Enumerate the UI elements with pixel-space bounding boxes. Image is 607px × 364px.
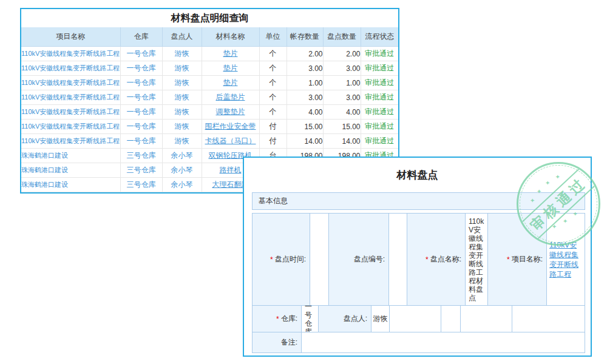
book-qty-cell: 3.00: [287, 61, 323, 76]
project-name-link[interactable]: 110kV安徽线程集变开断线路工程: [21, 90, 120, 105]
count-qty-cell: 2.00: [323, 47, 361, 61]
person-cell: 游恢: [162, 120, 202, 134]
unit-cell: 付: [259, 120, 287, 134]
required-marker: *: [507, 255, 510, 264]
unit-cell: 个: [259, 76, 287, 90]
project-name-link[interactable]: 110kV安徽线程集变开断线路工程: [21, 76, 120, 90]
project-name-link[interactable]: 110kV安徽线程集变开断线路工程: [21, 120, 120, 134]
material-name-link[interactable]: 调整垫片: [202, 105, 259, 120]
person-field: 游恢: [371, 306, 389, 332]
status-cell: 审批通过: [361, 90, 398, 105]
status-cell: 审批通过: [361, 120, 398, 134]
table-row: 110kV安徽线程集变开断线路工程 一号仓库 游恢 垫片 个 1.00 1.00…: [21, 76, 398, 90]
unit-cell: 个: [259, 105, 287, 120]
project-name-link[interactable]: 110kV安徽线程集变开断线路工程: [21, 105, 120, 120]
project-name-link[interactable]: 110kV安徽线程集变开断线路工程: [547, 240, 585, 279]
warehouse-label: * 仓库:: [253, 306, 301, 332]
count-qty-cell: 3.00: [323, 61, 361, 76]
warehouse-cell: 一号仓库: [120, 105, 162, 120]
book-qty-cell: 1.00: [287, 76, 323, 90]
person-cell: 余小琴: [162, 149, 202, 163]
form-row-1: * 盘点时间: 盘点编号: * 盘点名称: 110kV安徽线程集变开断线路工程材…: [253, 214, 585, 305]
col-header-book-qty: 帐存数量: [287, 27, 323, 47]
project-name-link[interactable]: 110kV安徽线程集变开断线路工程: [21, 61, 120, 76]
warehouse-cell: 一号仓库: [120, 76, 162, 90]
count-qty-cell: 15.00: [323, 120, 361, 134]
col-header-count-qty: 盘点数量: [323, 27, 361, 47]
col-header-material: 材料名称: [202, 27, 259, 47]
material-inventory-form-panel: 材料盘点 基本信息 * 盘点时间: 盘点编号: * 盘点名称: 110kV安徽线…: [243, 157, 592, 357]
person-cell: 余小琴: [162, 178, 202, 192]
project-name-label: * 项目名称:: [487, 214, 546, 305]
warehouse-cell: 一号仓库: [120, 134, 162, 149]
table-row: 110kV安徽线程集变开断线路工程 一号仓库 游恢 调整垫片 个 4.00 4.…: [21, 105, 398, 120]
warehouse-field: 一号仓库: [301, 306, 318, 332]
person-cell: 游恢: [162, 90, 202, 105]
warehouse-cell: 一号仓库: [120, 61, 162, 76]
inventory-time-label: * 盘点时间:: [253, 214, 310, 305]
project-name-link[interactable]: 珠海鹤港口建设: [21, 163, 120, 178]
unit-cell: 个: [259, 61, 287, 76]
inventory-name-field: 110kV安徽线程集变开断线路工程材料盘点: [465, 214, 487, 305]
count-qty-cell: 1.00: [323, 76, 361, 90]
required-marker: *: [276, 315, 279, 323]
project-name-link[interactable]: 110kV安徽线程集变开断线路工程: [21, 134, 120, 149]
table-row: 110kV安徽线程集变开断线路工程 一号仓库 游恢 后盖垫片 个 3.00 3.…: [21, 90, 398, 105]
person-label: 盘点人:: [318, 306, 371, 332]
table-row: 110kV安徽线程集变开断线路工程 一号仓库 游恢 垫片 个 3.00 3.00…: [21, 61, 398, 76]
basic-info-section-header: 基本信息: [252, 192, 585, 210]
empty-cell: [441, 306, 460, 332]
table-row: 110kV安徽线程集变开断线路工程 一号仓库 游恢 围栏作业安全带 付 15.0…: [21, 120, 398, 134]
book-qty-cell: 4.00: [287, 105, 323, 120]
unit-cell: 个: [259, 90, 287, 105]
inventory-no-field: [388, 214, 407, 305]
person-cell: 游恢: [162, 47, 202, 61]
material-name-link[interactable]: 垫片: [202, 47, 259, 61]
warehouse-cell: 一号仓库: [120, 90, 162, 105]
person-cell: 游恢: [162, 105, 202, 120]
empty-cell: [460, 306, 512, 332]
project-name-field: 110kV安徽线程集变开断线路工程: [546, 214, 585, 305]
book-qty-cell: 15.00: [287, 120, 323, 134]
material-name-link[interactable]: 后盖垫片: [202, 90, 259, 105]
unit-cell: 付: [259, 134, 287, 149]
material-name-link[interactable]: 围栏作业安全带: [202, 120, 259, 134]
project-name-link[interactable]: 110kV安徽线程集变开断线路工程: [21, 47, 120, 61]
table-header-row: 项目名称 仓库 盘点人 材料名称 单位 帐存数量 盘点数量 流程状态: [21, 27, 398, 47]
material-name-link[interactable]: 垫片: [202, 61, 259, 76]
warehouse-cell: 一号仓库: [120, 47, 162, 61]
inventory-time-field: [310, 214, 328, 305]
book-qty-cell: 2.00: [287, 47, 323, 61]
project-name-link[interactable]: 珠海鹤港口建设: [21, 178, 120, 192]
query-panel-title: 材料盘点明细查询: [21, 9, 398, 27]
unit-cell: 个: [259, 47, 287, 61]
person-cell: 游恢: [162, 134, 202, 149]
status-cell: 审批通过: [361, 61, 398, 76]
required-marker: *: [270, 255, 273, 264]
book-qty-cell: 14.00: [287, 134, 323, 149]
col-header-warehouse: 仓库: [120, 27, 162, 47]
col-header-person: 盘点人: [162, 27, 202, 47]
count-qty-cell: 14.00: [323, 134, 361, 149]
required-marker: *: [426, 255, 429, 264]
col-header-status: 流程状态: [361, 27, 398, 47]
table-row: 110kV安徽线程集变开断线路工程 一号仓库 游恢 垫片 个 2.00 2.00…: [21, 47, 398, 61]
project-name-link[interactable]: 珠海鹤港口建设: [21, 149, 120, 163]
empty-cell: [512, 306, 585, 332]
count-qty-cell: 4.00: [323, 105, 361, 120]
status-cell: 审批通过: [361, 105, 398, 120]
status-cell: 审批通过: [361, 47, 398, 61]
status-cell: 审批通过: [361, 134, 398, 149]
warehouse-cell: 三号仓库: [120, 163, 162, 178]
col-header-project: 项目名称: [21, 27, 120, 47]
basic-info-grid: * 盘点时间: 盘点编号: * 盘点名称: 110kV安徽线程集变开断线路工程材…: [252, 213, 585, 353]
count-qty-cell: 3.00: [323, 90, 361, 105]
status-cell: 审批通过: [361, 76, 398, 90]
material-name-link[interactable]: 垫片: [202, 76, 259, 90]
person-cell: 游恢: [162, 76, 202, 90]
form-row-2: * 仓库: 一号仓库 盘点人: 游恢: [253, 305, 585, 332]
col-header-unit: 单位: [259, 27, 287, 47]
table-row: 110kV安徽线程集变开断线路工程 一号仓库 游恢 卡线器（马口） 付 14.0…: [21, 134, 398, 149]
material-name-link[interactable]: 卡线器（马口）: [202, 134, 259, 149]
form-row-3: 备注:: [253, 332, 585, 352]
